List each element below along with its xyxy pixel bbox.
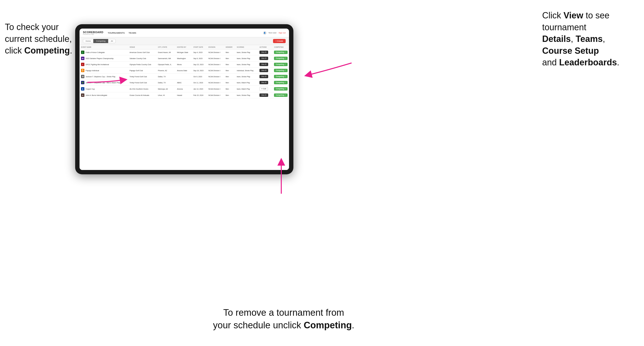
table-row: 🐉 Folds of Honor Collegiate American Dun… [80, 49, 289, 55]
team-logo: A [81, 87, 84, 91]
team-logo: I [81, 63, 84, 66]
view-button[interactable]: View ⚙ [260, 81, 268, 84]
event-name-text: John A. Burns Intercollegiate [86, 94, 107, 96]
cell-competing: Competing ✓ [272, 55, 289, 61]
cell-competing: Competing ✓ [272, 92, 289, 98]
event-name-text: Copper Cup [86, 88, 95, 90]
cell-hosted: Arizona State [176, 68, 192, 74]
table-row: 🍺 Papago Individual Papago Golf Club Pho… [80, 68, 289, 74]
cell-actions: ✏ Edit [258, 86, 272, 92]
table-row: I OFCC Fighting Illini Invitational Olym… [80, 61, 289, 68]
cell-competing: Competing ✓ [272, 49, 289, 55]
cell-scoring: team, Stroke Play [236, 74, 258, 80]
competing-badge[interactable]: Competing ✓ [274, 69, 288, 72]
user-name: Test User [268, 32, 277, 34]
create-button[interactable]: + Create [273, 39, 286, 43]
app-header: SCOREBOARD Powered by clipp TOURNAMENTS … [80, 28, 289, 37]
cell-event-name: H John A. Burns Intercollegiate [80, 92, 128, 98]
cell-hosted: Washington [176, 55, 192, 61]
cell-competing: Competing ✓ [272, 74, 289, 80]
team-logo: W [81, 57, 84, 60]
col-scoring: SCORING [236, 45, 258, 49]
cell-venue: American Dunes Golf Club [128, 49, 156, 55]
col-hosted-by: HOSTED BY [176, 45, 192, 49]
competing-badge[interactable]: Competing ✓ [274, 81, 288, 84]
view-button[interactable]: View ⚙ [260, 75, 268, 78]
cell-city: Dallas, TX [156, 80, 176, 86]
col-start-date: START DATE [192, 45, 207, 49]
competing-badge[interactable]: Competing ✓ [274, 51, 288, 54]
cell-start-date: Sep 9, 2023 [192, 55, 207, 61]
tab-competing[interactable]: Competing [93, 39, 108, 43]
nav-tournaments[interactable]: TOURNAMENTS [108, 32, 125, 34]
cell-start-date: Sep 18, 2023 [192, 68, 207, 74]
view-button[interactable]: View ⚙ [260, 93, 268, 97]
cell-division: NCAA Division I [207, 68, 224, 74]
view-button[interactable]: View ⚙ [260, 69, 268, 72]
cell-actions: View ⚙ [258, 55, 272, 61]
cell-event-name: 🌿 Jackson T. Stephens Cup – Men's Match … [80, 80, 128, 86]
tablet-screen: SCOREBOARD Powered by clipp TOURNAMENTS … [80, 28, 289, 170]
view-button[interactable]: View ⚙ [260, 63, 268, 66]
edit-button[interactable]: ✏ Edit [260, 87, 268, 91]
table-row: W 2023 Sahalee Players Championship Saha… [80, 55, 289, 61]
cell-scoring: team, Stroke Play [236, 49, 258, 55]
view-button[interactable]: View ⚙ [260, 51, 268, 54]
competing-badge[interactable]: Competing ✓ [274, 57, 288, 60]
tablet-device: SCOREBOARD Powered by clipp TOURNAMENTS … [75, 24, 294, 174]
cell-gender: Men [224, 55, 236, 61]
col-competing: COMPETING [272, 45, 289, 49]
event-name-text: Jackson T. Stephens Cup – Men's Match Pl… [86, 82, 120, 84]
annotation-bottom: To remove a tournament from your schedul… [199, 307, 368, 332]
cell-division: NCAA Division I [207, 74, 224, 80]
cell-venue: Trinity Forest Golf Club [128, 74, 156, 80]
cell-actions: View ⚙ [258, 68, 272, 74]
competing-badge[interactable]: Competing ✓ [274, 63, 288, 66]
cell-scoring: team, Match Play [236, 80, 258, 86]
cell-scoring: team, Stroke Play [236, 61, 258, 68]
cell-hosted: Hawaii [176, 92, 192, 98]
view-button[interactable]: View ⚙ [260, 57, 268, 60]
table-row: 🌿 Jackson T. Stephens Cup – Men's Match … [80, 80, 289, 86]
tab-all[interactable]: All [108, 39, 116, 43]
cell-start-date: Oct 11, 2023 [192, 80, 207, 86]
competing-badge[interactable]: Competing ✓ [274, 93, 288, 97]
cell-start-date: Oct 9, 2023 [192, 74, 207, 80]
cell-division: NCAA Division I [207, 49, 224, 55]
cell-hosted: Illinois [176, 61, 192, 68]
cell-gender: Men [224, 74, 236, 80]
cell-venue: Sahalee Country Club [128, 55, 156, 61]
cell-competing: Competing ✓ [272, 86, 289, 92]
cell-scoring: team, Stroke Play [236, 55, 258, 61]
sub-header: Home Competing All + Create [80, 37, 289, 45]
col-city-state: CITY, STATE [156, 45, 176, 49]
team-logo: H [81, 93, 84, 97]
sign-out-link[interactable]: Sign out [278, 32, 286, 34]
cell-city: Dallas, TX [156, 74, 176, 80]
team-logo: ⚙ [81, 75, 84, 78]
cell-city: Olympia Fields, IL [156, 61, 176, 68]
cell-city: Sammamish, WA [156, 55, 176, 61]
cell-actions: View ⚙ [258, 61, 272, 68]
cell-division: NCAA Division I [207, 86, 224, 92]
cell-actions: View ⚙ [258, 74, 272, 80]
cell-scoring: individual, Stroke Play [236, 68, 258, 74]
tournaments-table-wrapper: EVENT NAME VENUE CITY, STATE HOSTED BY S… [80, 45, 289, 170]
cell-venue: Papago Golf Club [128, 68, 156, 74]
cell-scoring: team, Stroke Play [236, 92, 258, 98]
cell-actions: View ⚙ [258, 92, 272, 98]
competing-badge[interactable]: Competing ✓ [274, 87, 288, 91]
cell-city: Grand Haven, MI [156, 49, 176, 55]
cell-city: Phoenix, AZ [156, 68, 176, 74]
user-icon: 👤 [263, 31, 266, 35]
event-name-text: Jackson T. Stephens Cup – Stroke Play [86, 76, 116, 77]
cell-start-date: Jan 14, 2024 [192, 86, 207, 92]
nav-teams[interactable]: TEAMS [128, 32, 136, 34]
cell-city: Lihue, HI [156, 92, 176, 98]
cell-division: NCAA Division I [207, 92, 224, 98]
competing-badge[interactable]: Competing ✓ [274, 75, 288, 78]
cell-scoring: team, Match Play [236, 86, 258, 92]
filter-tabs: Home Competing All [83, 39, 116, 43]
cell-gender: Men [224, 49, 236, 55]
team-logo: 🍺 [81, 69, 84, 72]
